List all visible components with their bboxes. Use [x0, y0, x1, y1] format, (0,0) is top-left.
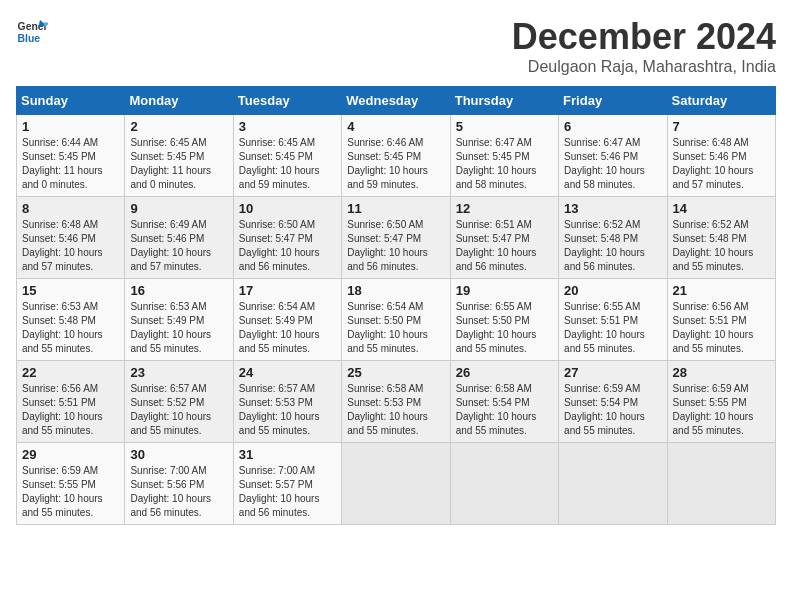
day-info: Sunrise: 6:54 AMSunset: 5:50 PMDaylight:… — [347, 300, 444, 356]
day-info: Sunrise: 6:48 AMSunset: 5:46 PMDaylight:… — [673, 136, 770, 192]
calendar-cell: 28Sunrise: 6:59 AMSunset: 5:55 PMDayligh… — [667, 361, 775, 443]
day-number: 6 — [564, 119, 661, 134]
calendar-cell: 17Sunrise: 6:54 AMSunset: 5:49 PMDayligh… — [233, 279, 341, 361]
day-number: 30 — [130, 447, 227, 462]
calendar-cell: 5Sunrise: 6:47 AMSunset: 5:45 PMDaylight… — [450, 115, 558, 197]
svg-text:Blue: Blue — [18, 33, 41, 44]
day-number: 31 — [239, 447, 336, 462]
column-header-friday: Friday — [559, 87, 667, 115]
page-header: General Blue December 2024 Deulgaon Raja… — [16, 16, 776, 76]
day-number: 21 — [673, 283, 770, 298]
day-number: 7 — [673, 119, 770, 134]
calendar-week-row: 15Sunrise: 6:53 AMSunset: 5:48 PMDayligh… — [17, 279, 776, 361]
day-number: 28 — [673, 365, 770, 380]
day-number: 14 — [673, 201, 770, 216]
column-header-wednesday: Wednesday — [342, 87, 450, 115]
day-info: Sunrise: 6:59 AMSunset: 5:55 PMDaylight:… — [22, 464, 119, 520]
location-subtitle: Deulgaon Raja, Maharashtra, India — [512, 58, 776, 76]
day-info: Sunrise: 6:48 AMSunset: 5:46 PMDaylight:… — [22, 218, 119, 274]
logo-icon: General Blue — [16, 16, 48, 48]
day-number: 2 — [130, 119, 227, 134]
day-info: Sunrise: 6:53 AMSunset: 5:49 PMDaylight:… — [130, 300, 227, 356]
calendar-cell: 24Sunrise: 6:57 AMSunset: 5:53 PMDayligh… — [233, 361, 341, 443]
day-number: 23 — [130, 365, 227, 380]
day-info: Sunrise: 6:47 AMSunset: 5:45 PMDaylight:… — [456, 136, 553, 192]
calendar-week-row: 22Sunrise: 6:56 AMSunset: 5:51 PMDayligh… — [17, 361, 776, 443]
column-header-monday: Monday — [125, 87, 233, 115]
title-block: December 2024 Deulgaon Raja, Maharashtra… — [512, 16, 776, 76]
day-info: Sunrise: 7:00 AMSunset: 5:56 PMDaylight:… — [130, 464, 227, 520]
day-number: 9 — [130, 201, 227, 216]
calendar-cell — [667, 443, 775, 525]
day-number: 12 — [456, 201, 553, 216]
day-info: Sunrise: 6:56 AMSunset: 5:51 PMDaylight:… — [22, 382, 119, 438]
calendar-week-row: 1Sunrise: 6:44 AMSunset: 5:45 PMDaylight… — [17, 115, 776, 197]
column-header-tuesday: Tuesday — [233, 87, 341, 115]
day-info: Sunrise: 6:58 AMSunset: 5:54 PMDaylight:… — [456, 382, 553, 438]
calendar-cell: 25Sunrise: 6:58 AMSunset: 5:53 PMDayligh… — [342, 361, 450, 443]
calendar-cell: 16Sunrise: 6:53 AMSunset: 5:49 PMDayligh… — [125, 279, 233, 361]
column-header-saturday: Saturday — [667, 87, 775, 115]
day-number: 3 — [239, 119, 336, 134]
day-info: Sunrise: 6:53 AMSunset: 5:48 PMDaylight:… — [22, 300, 119, 356]
calendar-cell: 22Sunrise: 6:56 AMSunset: 5:51 PMDayligh… — [17, 361, 125, 443]
calendar-cell: 11Sunrise: 6:50 AMSunset: 5:47 PMDayligh… — [342, 197, 450, 279]
day-number: 5 — [456, 119, 553, 134]
day-number: 13 — [564, 201, 661, 216]
calendar-cell: 3Sunrise: 6:45 AMSunset: 5:45 PMDaylight… — [233, 115, 341, 197]
day-number: 1 — [22, 119, 119, 134]
calendar-cell: 30Sunrise: 7:00 AMSunset: 5:56 PMDayligh… — [125, 443, 233, 525]
day-number: 15 — [22, 283, 119, 298]
calendar-table: SundayMondayTuesdayWednesdayThursdayFrid… — [16, 86, 776, 525]
day-number: 20 — [564, 283, 661, 298]
calendar-cell: 20Sunrise: 6:55 AMSunset: 5:51 PMDayligh… — [559, 279, 667, 361]
day-number: 27 — [564, 365, 661, 380]
day-info: Sunrise: 6:57 AMSunset: 5:52 PMDaylight:… — [130, 382, 227, 438]
calendar-cell: 12Sunrise: 6:51 AMSunset: 5:47 PMDayligh… — [450, 197, 558, 279]
day-info: Sunrise: 6:44 AMSunset: 5:45 PMDaylight:… — [22, 136, 119, 192]
calendar-cell: 29Sunrise: 6:59 AMSunset: 5:55 PMDayligh… — [17, 443, 125, 525]
day-number: 29 — [22, 447, 119, 462]
calendar-cell: 18Sunrise: 6:54 AMSunset: 5:50 PMDayligh… — [342, 279, 450, 361]
calendar-cell: 9Sunrise: 6:49 AMSunset: 5:46 PMDaylight… — [125, 197, 233, 279]
day-number: 26 — [456, 365, 553, 380]
calendar-cell — [559, 443, 667, 525]
day-info: Sunrise: 6:47 AMSunset: 5:46 PMDaylight:… — [564, 136, 661, 192]
calendar-cell: 19Sunrise: 6:55 AMSunset: 5:50 PMDayligh… — [450, 279, 558, 361]
day-number: 22 — [22, 365, 119, 380]
column-header-thursday: Thursday — [450, 87, 558, 115]
day-info: Sunrise: 6:46 AMSunset: 5:45 PMDaylight:… — [347, 136, 444, 192]
day-info: Sunrise: 6:59 AMSunset: 5:55 PMDaylight:… — [673, 382, 770, 438]
day-info: Sunrise: 6:49 AMSunset: 5:46 PMDaylight:… — [130, 218, 227, 274]
calendar-cell: 21Sunrise: 6:56 AMSunset: 5:51 PMDayligh… — [667, 279, 775, 361]
calendar-cell: 8Sunrise: 6:48 AMSunset: 5:46 PMDaylight… — [17, 197, 125, 279]
column-header-sunday: Sunday — [17, 87, 125, 115]
day-info: Sunrise: 6:58 AMSunset: 5:53 PMDaylight:… — [347, 382, 444, 438]
calendar-cell: 26Sunrise: 6:58 AMSunset: 5:54 PMDayligh… — [450, 361, 558, 443]
calendar-cell: 2Sunrise: 6:45 AMSunset: 5:45 PMDaylight… — [125, 115, 233, 197]
calendar-cell: 15Sunrise: 6:53 AMSunset: 5:48 PMDayligh… — [17, 279, 125, 361]
day-number: 11 — [347, 201, 444, 216]
day-info: Sunrise: 6:59 AMSunset: 5:54 PMDaylight:… — [564, 382, 661, 438]
day-number: 8 — [22, 201, 119, 216]
day-number: 24 — [239, 365, 336, 380]
day-number: 19 — [456, 283, 553, 298]
logo: General Blue — [16, 16, 48, 48]
calendar-cell: 23Sunrise: 6:57 AMSunset: 5:52 PMDayligh… — [125, 361, 233, 443]
day-number: 16 — [130, 283, 227, 298]
calendar-cell: 4Sunrise: 6:46 AMSunset: 5:45 PMDaylight… — [342, 115, 450, 197]
day-number: 10 — [239, 201, 336, 216]
calendar-cell: 31Sunrise: 7:00 AMSunset: 5:57 PMDayligh… — [233, 443, 341, 525]
day-info: Sunrise: 6:50 AMSunset: 5:47 PMDaylight:… — [347, 218, 444, 274]
day-number: 17 — [239, 283, 336, 298]
day-info: Sunrise: 7:00 AMSunset: 5:57 PMDaylight:… — [239, 464, 336, 520]
calendar-cell: 10Sunrise: 6:50 AMSunset: 5:47 PMDayligh… — [233, 197, 341, 279]
calendar-cell: 27Sunrise: 6:59 AMSunset: 5:54 PMDayligh… — [559, 361, 667, 443]
day-info: Sunrise: 6:57 AMSunset: 5:53 PMDaylight:… — [239, 382, 336, 438]
day-info: Sunrise: 6:55 AMSunset: 5:51 PMDaylight:… — [564, 300, 661, 356]
calendar-cell — [450, 443, 558, 525]
calendar-cell: 14Sunrise: 6:52 AMSunset: 5:48 PMDayligh… — [667, 197, 775, 279]
calendar-week-row: 8Sunrise: 6:48 AMSunset: 5:46 PMDaylight… — [17, 197, 776, 279]
day-info: Sunrise: 6:51 AMSunset: 5:47 PMDaylight:… — [456, 218, 553, 274]
day-info: Sunrise: 6:54 AMSunset: 5:49 PMDaylight:… — [239, 300, 336, 356]
